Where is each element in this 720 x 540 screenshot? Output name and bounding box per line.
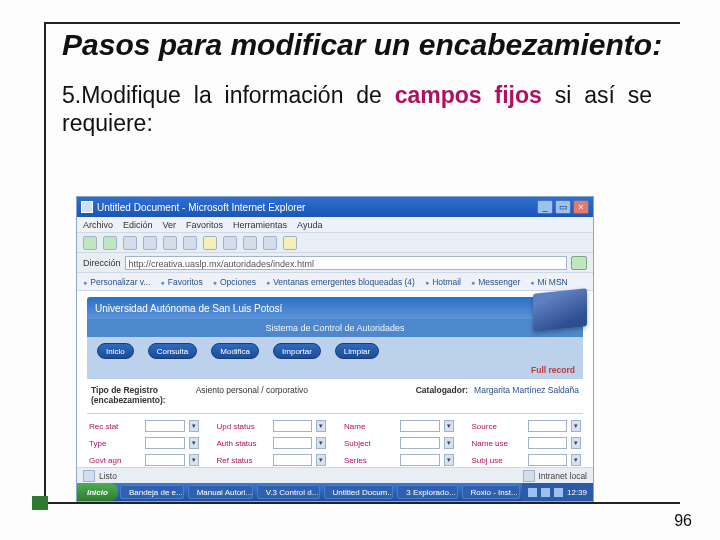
task-item[interactable]: Roxio - Inst...	[462, 485, 520, 499]
fld-input[interactable]	[145, 420, 185, 432]
slide-container: Pasos para modificar un encabezamiento: …	[0, 0, 720, 540]
minimize-button[interactable]: _	[537, 200, 553, 214]
status-right: Intranet local	[538, 471, 587, 481]
task-item[interactable]: V.3 Control d...	[257, 485, 320, 499]
link-opciones[interactable]: Opciones	[213, 277, 256, 287]
address-label: Dirección	[83, 258, 121, 268]
nav-consulta[interactable]: Consulta	[148, 343, 198, 359]
clock: 12:39	[567, 488, 587, 497]
record-meta: Tipo de Registro (encabezamiento): Asien…	[87, 379, 583, 414]
menu-herramientas[interactable]: Herramientas	[233, 220, 287, 230]
fld-input[interactable]	[273, 437, 313, 449]
page-icon	[83, 470, 95, 482]
status-left: Listo	[99, 471, 117, 481]
window-title: Untitled Document - Microsoft Internet E…	[97, 202, 533, 213]
tray-icon	[541, 488, 550, 497]
app-nav-row: Inicio Consulta Modifica Importar Limpia…	[87, 337, 583, 365]
fld-input[interactable]	[400, 454, 440, 466]
print-icon[interactable]	[263, 236, 277, 250]
nav-inicio[interactable]: Inicio	[97, 343, 134, 359]
link-personalizar[interactable]: Personalizar v...	[83, 277, 151, 287]
fld-label: Ref status	[217, 456, 269, 465]
full-record-label[interactable]: Full record	[87, 365, 583, 379]
links-toolbar: Personalizar v... Favoritos Opciones Ven…	[77, 273, 593, 291]
link-popups[interactable]: Ventanas emergentes bloqueadas (4)	[266, 277, 415, 287]
fld-input[interactable]	[400, 420, 440, 432]
fld-input[interactable]	[145, 437, 185, 449]
tray-icon	[554, 488, 563, 497]
fld-input[interactable]	[528, 420, 568, 432]
slide-body: 5.Modifique la información de campos fij…	[62, 81, 652, 139]
chevron-down-icon[interactable]: ▾	[189, 437, 199, 449]
task-item[interactable]: 3 Explorado...	[397, 485, 457, 499]
fld-input[interactable]	[145, 454, 185, 466]
chevron-down-icon[interactable]: ▾	[316, 437, 326, 449]
favorites-icon[interactable]	[203, 236, 217, 250]
page-number: 96	[674, 512, 692, 530]
fld-label: Govt agn	[89, 456, 141, 465]
fld-input[interactable]	[528, 454, 568, 466]
address-bar: Dirección http://creativa.uaslp.mx/autor…	[77, 253, 593, 273]
chevron-down-icon[interactable]: ▾	[316, 420, 326, 432]
address-field[interactable]: http://creativa.uaslp.mx/autoridades/ind…	[125, 256, 567, 270]
window-controls: _ ▭ ×	[537, 200, 589, 214]
folder-icon[interactable]	[283, 236, 297, 250]
mail-icon[interactable]	[243, 236, 257, 250]
link-mimsn[interactable]: Mi MSN	[530, 277, 567, 287]
meta-value-catalogador: Margarita Martínez Saldaña	[474, 385, 579, 405]
task-item[interactable]: Untitled Docum...	[324, 485, 394, 499]
zone-icon	[523, 470, 535, 482]
fld-input[interactable]	[273, 420, 313, 432]
fld-label: Name use	[472, 439, 524, 448]
menu-edicion[interactable]: Edición	[123, 220, 153, 230]
system-tray[interactable]: 12:39	[522, 483, 593, 501]
ie-status-bar: Listo Intranet local	[77, 467, 593, 483]
meta-label-catalogador: Catalogador:	[416, 385, 468, 405]
nav-modifica[interactable]: Modifica	[211, 343, 259, 359]
home-icon[interactable]	[163, 236, 177, 250]
chevron-down-icon[interactable]: ▾	[444, 454, 454, 466]
chevron-down-icon[interactable]: ▾	[444, 437, 454, 449]
nav-importar[interactable]: Importar	[273, 343, 321, 359]
chevron-down-icon[interactable]: ▾	[316, 454, 326, 466]
fld-label: Type	[89, 439, 141, 448]
chevron-down-icon[interactable]: ▾	[189, 420, 199, 432]
fld-label: Subj use	[472, 456, 524, 465]
book-icon	[533, 288, 587, 332]
grid-row: Rec stat▾ Upd status▾ Name▾ Source▾	[89, 420, 581, 432]
link-hotmail[interactable]: Hotmail	[425, 277, 461, 287]
menu-ver[interactable]: Ver	[163, 220, 177, 230]
chevron-down-icon[interactable]: ▾	[189, 454, 199, 466]
green-accent	[32, 496, 48, 510]
close-button[interactable]: ×	[573, 200, 589, 214]
step-text-before: Modifique la información de	[81, 82, 395, 108]
fld-input[interactable]	[400, 437, 440, 449]
nav-limpiar[interactable]: Limpiar	[335, 343, 379, 359]
start-button[interactable]: Inicio	[77, 483, 118, 501]
link-messenger[interactable]: Messenger	[471, 277, 520, 287]
fld-label: Series	[344, 456, 396, 465]
embedded-screenshot: Untitled Document - Microsoft Internet E…	[76, 196, 594, 502]
stop-icon[interactable]	[123, 236, 137, 250]
task-item[interactable]: Manual Autori...	[188, 485, 253, 499]
task-item[interactable]: Bandeja de e...	[120, 485, 184, 499]
chevron-down-icon[interactable]: ▾	[571, 454, 581, 466]
fld-input[interactable]	[528, 437, 568, 449]
menu-archivo[interactable]: Archivo	[83, 220, 113, 230]
chevron-down-icon[interactable]: ▾	[571, 420, 581, 432]
slide-title: Pasos para modificar un encabezamiento:	[62, 28, 694, 63]
rule-top	[44, 22, 680, 24]
refresh-icon[interactable]	[143, 236, 157, 250]
fld-input[interactable]	[273, 454, 313, 466]
back-icon[interactable]	[83, 236, 97, 250]
go-button[interactable]	[571, 256, 587, 270]
chevron-down-icon[interactable]: ▾	[444, 420, 454, 432]
chevron-down-icon[interactable]: ▾	[571, 437, 581, 449]
link-favoritos[interactable]: Favoritos	[161, 277, 203, 287]
history-icon[interactable]	[223, 236, 237, 250]
menu-ayuda[interactable]: Ayuda	[297, 220, 322, 230]
menu-favoritos[interactable]: Favoritos	[186, 220, 223, 230]
forward-icon[interactable]	[103, 236, 117, 250]
maximize-button[interactable]: ▭	[555, 200, 571, 214]
search-icon[interactable]	[183, 236, 197, 250]
